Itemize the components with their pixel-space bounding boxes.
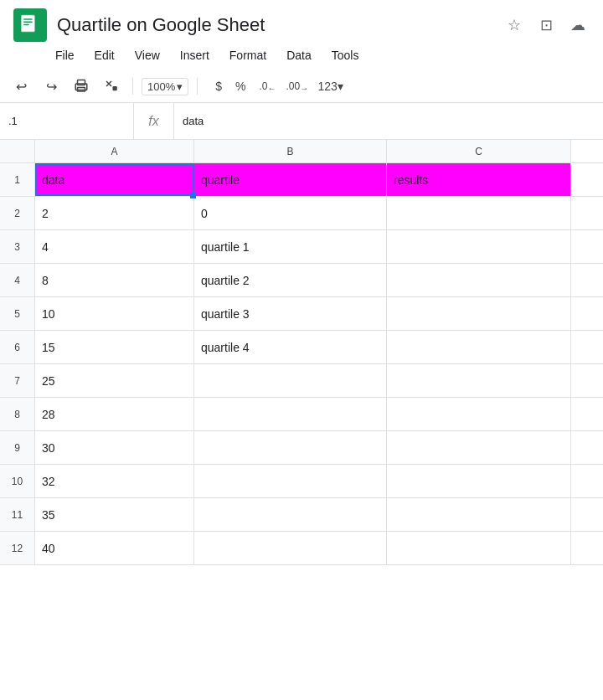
menu-data[interactable]: Data	[278, 45, 320, 65]
menu-bar: File Edit View Insert Format Data Tools	[0, 44, 603, 70]
decimal-dec-button[interactable]: .0←	[254, 79, 279, 94]
table-row: 510quartile 3	[0, 297, 603, 331]
table-row: 1135	[0, 498, 603, 532]
table-row: 1240	[0, 532, 603, 565]
percent-button[interactable]: %	[229, 78, 251, 95]
cell-b1[interactable]: quartile	[194, 163, 387, 196]
cell-c2[interactable]	[387, 197, 571, 229]
title-bar: Quartile on Google Sheet ☆ ⊡ ☁	[0, 0, 603, 44]
menu-insert[interactable]: Insert	[172, 45, 218, 65]
separator-1	[132, 78, 133, 95]
table-row: 930	[0, 431, 603, 465]
cell-b3[interactable]: quartile 1	[194, 230, 387, 263]
menu-tools[interactable]: Tools	[323, 45, 368, 65]
table-row: 1032	[0, 465, 603, 498]
cell-c3[interactable]	[387, 230, 571, 263]
cell-c10[interactable]	[387, 465, 571, 497]
number-format-button[interactable]: 123▾	[312, 78, 349, 95]
svg-rect-0	[22, 15, 35, 32]
cell-c12[interactable]	[387, 532, 571, 564]
row-number: 1	[0, 163, 35, 196]
cell-c9[interactable]	[387, 431, 571, 464]
row-number: 3	[0, 230, 35, 263]
cell-a5[interactable]: 10	[35, 297, 194, 330]
menu-format[interactable]: Format	[221, 45, 275, 65]
row-number: 7	[0, 364, 35, 397]
svg-rect-2	[23, 21, 32, 23]
formula-bar: .1 fx data	[0, 103, 603, 140]
cell-b4[interactable]: quartile 2	[194, 264, 387, 296]
format-buttons: $ % .0← .00→ 123▾	[209, 78, 349, 95]
data-rows: 22034quartile 148quartile 2510quartile 3…	[0, 197, 603, 565]
cell-a8[interactable]: 28	[35, 398, 194, 430]
decimal-inc-button[interactable]: .00→	[281, 79, 311, 94]
table-row: 220	[0, 197, 603, 230]
cell-a11[interactable]: 35	[35, 498, 194, 531]
cell-b6[interactable]: quartile 4	[194, 331, 387, 363]
row-num-header	[0, 140, 35, 162]
table-row: 828	[0, 398, 603, 431]
undo-button[interactable]: ↩	[8, 74, 34, 99]
cell-c5[interactable]	[387, 297, 571, 330]
cell-a10[interactable]: 32	[35, 465, 194, 497]
paint-format-button[interactable]	[99, 74, 124, 99]
separator-2	[197, 78, 198, 95]
row-number: 10	[0, 465, 35, 497]
cell-a7[interactable]: 25	[35, 364, 194, 397]
cell-c11[interactable]	[387, 498, 571, 531]
cell-a4[interactable]: 8	[35, 264, 194, 296]
cell-c8[interactable]	[387, 398, 571, 430]
table-row: 34quartile 1	[0, 230, 603, 264]
cell-b2[interactable]: 0	[194, 197, 387, 229]
row-number: 12	[0, 532, 35, 564]
cell-a9[interactable]: 30	[35, 431, 194, 464]
spreadsheet: A B C 1 data quartile results 22034quart…	[0, 140, 603, 565]
cell-a6[interactable]: 15	[35, 331, 194, 363]
col-header-c[interactable]: C	[387, 140, 571, 162]
title-icons: ☆ ⊡ ☁	[502, 13, 590, 37]
cell-a2[interactable]: 2	[35, 197, 194, 229]
menu-view[interactable]: View	[126, 45, 168, 65]
cell-reference[interactable]: .1	[0, 103, 134, 139]
fill-handle[interactable]	[190, 193, 196, 198]
cell-b7[interactable]	[194, 364, 387, 397]
folder-icon[interactable]: ⊡	[534, 13, 558, 37]
row-number: 8	[0, 398, 35, 430]
menu-edit[interactable]: Edit	[86, 45, 123, 65]
cell-b8[interactable]	[194, 398, 387, 430]
app-icon	[13, 8, 47, 42]
cell-b11[interactable]	[194, 498, 387, 531]
row-number: 4	[0, 264, 35, 296]
cell-a12[interactable]: 40	[35, 532, 194, 564]
cell-c1[interactable]: results	[387, 163, 571, 196]
zoom-selector[interactable]: 100% ▾	[142, 78, 188, 95]
cell-c4[interactable]	[387, 264, 571, 296]
redo-button[interactable]: ↪	[39, 74, 64, 99]
cell-c7[interactable]	[387, 364, 571, 397]
cell-b9[interactable]	[194, 431, 387, 464]
column-headers: A B C	[0, 140, 603, 163]
row-number: 5	[0, 297, 35, 330]
print-button[interactable]	[69, 74, 94, 99]
formula-input[interactable]: data	[174, 115, 603, 127]
table-row: 48quartile 2	[0, 264, 603, 297]
cell-b12[interactable]	[194, 532, 387, 564]
cell-a3[interactable]: 4	[35, 230, 194, 263]
cell-c6[interactable]	[387, 331, 571, 363]
cell-b5[interactable]: quartile 3	[194, 297, 387, 330]
menu-file[interactable]: File	[47, 45, 83, 65]
svg-rect-1	[23, 18, 32, 20]
cloud-icon[interactable]: ☁	[566, 13, 590, 37]
currency-button[interactable]: $	[209, 78, 228, 95]
star-icon[interactable]: ☆	[502, 13, 526, 37]
cell-b10[interactable]	[194, 465, 387, 497]
col-header-a[interactable]: A	[35, 140, 194, 162]
col-header-b[interactable]: B	[194, 140, 387, 162]
table-row: 1 data quartile results	[0, 163, 603, 197]
row-number: 11	[0, 498, 35, 531]
row-number: 6	[0, 331, 35, 363]
page-title: Quartile on Google Sheet	[57, 14, 492, 36]
cell-a1[interactable]: data	[35, 163, 194, 196]
svg-rect-3	[23, 24, 29, 26]
svg-rect-7	[113, 86, 117, 90]
